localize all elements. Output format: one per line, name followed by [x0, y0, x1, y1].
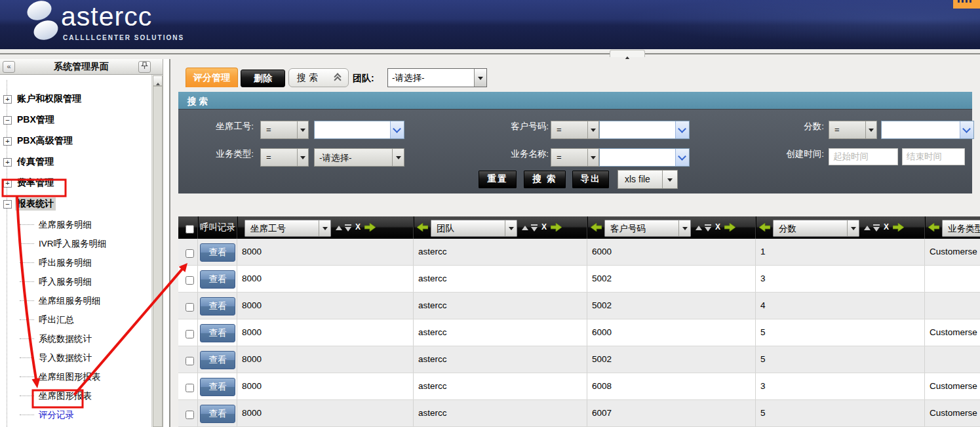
sort-desc-icon[interactable]	[705, 224, 711, 233]
row-checkbox[interactable]	[186, 276, 194, 285]
sidebar-item-label[interactable]: 费率管理	[15, 176, 56, 190]
sidebar-item-report[interactable]: 评分记录	[0, 405, 151, 424]
sort-asc-icon[interactable]	[864, 226, 871, 230]
sort-desc-icon[interactable]	[345, 224, 351, 233]
sidebar-item-label[interactable]: 坐席组服务明细	[37, 295, 103, 308]
delete-button[interactable]: 删除	[241, 70, 285, 87]
sidebar-item-label[interactable]: IVR呼入服务明细	[37, 237, 109, 251]
top-right-cut-tab[interactable]	[953, 0, 980, 9]
row-checkbox[interactable]	[186, 249, 194, 258]
remove-sort-icon[interactable]: X	[715, 222, 720, 232]
score-column-dropdown[interactable]: 分数	[773, 220, 859, 237]
sort-desc-icon[interactable]	[531, 224, 538, 233]
sidebar-item-label[interactable]: PBX高级管理	[15, 134, 75, 148]
combo-arrow-icon[interactable]	[675, 121, 689, 138]
view-button[interactable]: 查看	[200, 405, 235, 423]
sidebar-item-label[interactable]: 账户和权限管理	[15, 92, 83, 106]
tree-expand-icon[interactable]: +	[3, 95, 12, 104]
sidebar-item-label[interactable]: 呼入服务明细	[37, 275, 94, 289]
move-column-left-icon[interactable]	[417, 223, 428, 232]
bizname-combobox[interactable]	[599, 148, 690, 167]
sort-asc-icon[interactable]	[696, 226, 702, 230]
move-column-right-icon[interactable]	[364, 223, 376, 232]
sidebar-item-report[interactable]: 系统数据统计	[0, 329, 151, 348]
sidebar-item-toplevel[interactable]: + 费率管理	[0, 173, 151, 193]
biztype-operator-select[interactable]: =	[260, 148, 309, 167]
dropdown-arrow-icon[interactable]	[474, 69, 486, 87]
sidebar-item-label[interactable]: 坐席服务明细	[37, 218, 94, 232]
scrollbar-up-button[interactable]	[153, 75, 163, 86]
sort-asc-icon[interactable]	[522, 226, 528, 230]
tree-expand-icon[interactable]: −	[3, 200, 12, 209]
view-button[interactable]: 查看	[200, 243, 235, 262]
view-button[interactable]: 查看	[200, 324, 235, 342]
sidebar-item-report[interactable]: 坐席组服务明细	[0, 291, 151, 310]
move-column-right-icon[interactable]	[551, 223, 562, 232]
sidebar-item-label[interactable]: 评分记录	[37, 409, 76, 422]
move-column-right-icon[interactable]	[893, 223, 904, 232]
bizname-operator-select[interactable]: =	[551, 148, 599, 167]
dropdown-arrow-icon[interactable]	[662, 171, 677, 188]
biztype-column-dropdown[interactable]: 业务类型	[942, 220, 980, 237]
row-checkbox[interactable]	[186, 411, 194, 419]
dropdown-arrow-icon[interactable]	[847, 220, 859, 236]
agent-column-dropdown[interactable]: 坐席工号	[245, 220, 331, 237]
sort-asc-icon[interactable]	[336, 226, 342, 230]
agent-id-combobox[interactable]	[314, 121, 404, 139]
tree-expand-icon[interactable]: −	[3, 116, 12, 125]
select-all-checkbox[interactable]	[186, 225, 194, 234]
sort-desc-icon[interactable]	[873, 224, 880, 233]
sidebar-item-report[interactable]: 坐席组图形报表	[0, 367, 151, 386]
tree-expand-icon[interactable]: +	[3, 137, 12, 146]
dropdown-arrow-icon[interactable]	[865, 121, 876, 138]
team-select[interactable]: -请选择-	[387, 68, 487, 87]
sidebar-item-label[interactable]: 呼出汇总	[37, 314, 76, 327]
sidebar-item-toplevel[interactable]: + PBX高级管理	[0, 131, 151, 152]
sidebar-item-label[interactable]: 报表统计	[15, 197, 56, 211]
sidebar-item-label[interactable]: 传真管理	[15, 155, 56, 169]
dropdown-arrow-icon[interactable]	[319, 220, 330, 236]
move-column-left-icon[interactable]	[759, 223, 770, 232]
sidebar-item-label[interactable]: 呼出服务明细	[37, 256, 94, 270]
sidebar-item-label[interactable]: PBX管理	[15, 113, 56, 127]
sidebar-item-label[interactable]: 坐席组图形报表	[37, 371, 103, 384]
sidebar-item-toplevel[interactable]: + 账户和权限管理	[0, 89, 151, 110]
score-operator-select[interactable]: =	[829, 121, 877, 139]
dropdown-arrow-icon[interactable]	[587, 149, 598, 166]
dropdown-arrow-icon[interactable]	[297, 121, 308, 138]
row-checkbox[interactable]	[186, 357, 194, 365]
agent-operator-select[interactable]: =	[260, 121, 309, 139]
move-column-right-icon[interactable]	[724, 223, 735, 232]
sidebar-item-toplevel[interactable]: + 传真管理	[0, 152, 151, 173]
view-button[interactable]: 查看	[200, 351, 235, 369]
search-button[interactable]: 搜 索	[524, 171, 566, 188]
combo-arrow-icon[interactable]	[390, 121, 404, 138]
move-column-left-icon[interactable]	[928, 223, 939, 232]
start-time-input[interactable]: 起始时间	[829, 148, 898, 165]
end-time-input[interactable]: 结束时间	[902, 148, 965, 165]
score-combobox[interactable]	[881, 121, 974, 139]
view-button[interactable]: 查看	[200, 270, 235, 289]
move-column-left-icon[interactable]	[591, 223, 602, 232]
view-button[interactable]: 查看	[200, 378, 235, 396]
export-button[interactable]: 导出	[572, 171, 609, 188]
combo-arrow-icon[interactable]	[960, 121, 973, 138]
reset-button[interactable]: 重置	[479, 171, 517, 188]
sidebar-item-report[interactable]: 呼入服务明细	[0, 272, 151, 291]
sidebar-item-report[interactable]: 坐席服务明细	[0, 215, 151, 234]
remove-sort-icon[interactable]: X	[541, 222, 547, 232]
biztype-select[interactable]: -请选择-	[314, 148, 404, 167]
tree-expand-icon[interactable]: +	[3, 158, 12, 167]
dropdown-arrow-icon[interactable]	[505, 220, 517, 236]
dropdown-arrow-icon[interactable]	[587, 121, 598, 138]
sidebar-item-report[interactable]: 呼出汇总	[0, 310, 151, 329]
sidebar-pin-button[interactable]	[138, 61, 151, 73]
sidebar-item-report[interactable]: 呼出服务明细	[0, 253, 151, 272]
sidebar-item-label[interactable]: 导入数据统计	[37, 352, 94, 365]
row-checkbox[interactable]	[186, 330, 194, 338]
combo-arrow-icon[interactable]	[675, 149, 689, 166]
panel-collapse-handle[interactable]	[610, 50, 645, 57]
sidebar-scrollbar[interactable]	[151, 75, 162, 427]
dropdown-arrow-icon[interactable]	[678, 220, 690, 236]
dropdown-arrow-icon[interactable]	[392, 149, 404, 166]
